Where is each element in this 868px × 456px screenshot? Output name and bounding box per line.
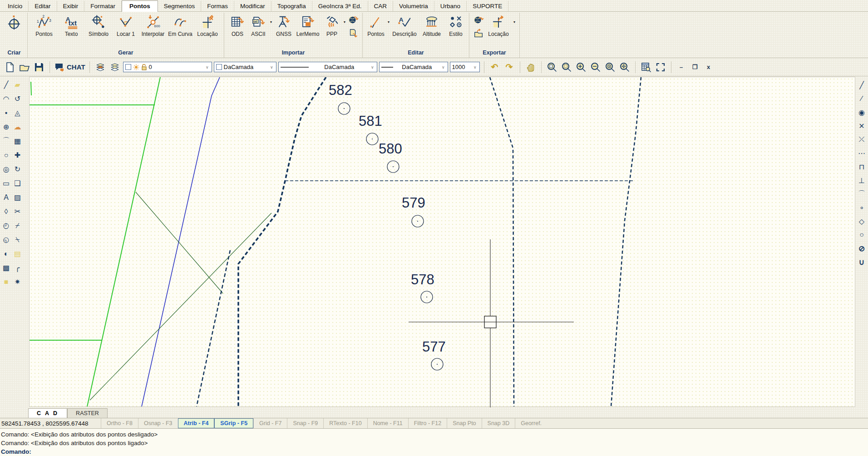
view-detail-1-icon[interactable]: ◴ [0,218,12,233]
menu-tab-formas[interactable]: Formas [201,1,234,11]
scale-combo[interactable]: 1000 ∨ [450,62,480,72]
status-toggle-osnap-f3[interactable]: Osnap - F3 [138,418,178,428]
pan-button[interactable] [524,61,537,74]
open-file-button[interactable] [18,61,31,74]
snap-endpoint-icon[interactable]: ╱ [856,78,868,92]
status-toggle-georref-[interactable]: Georref. [515,418,547,428]
import-ods-button[interactable]: ODS [227,14,248,37]
import-ascii-button[interactable]: txt ASCII [248,14,269,37]
scale-combo-arrow[interactable]: ∨ [473,65,478,69]
chat-button[interactable]: CHAT [54,61,85,74]
snap-apparent-intersection-icon[interactable]: ⤫ [856,133,868,146]
zoom-out-button[interactable] [589,61,602,74]
modify-trim-icon[interactable]: ✂ [12,204,23,218]
generate-interpolate-button[interactable]: 600 Interpolar [139,14,167,37]
generate-text-button[interactable]: A txt Texto [58,14,85,37]
edit-points-dropdown-caret[interactable]: ▾ [386,20,391,24]
window-minimize-button[interactable]: – [676,64,687,70]
create-point-button[interactable] [4,14,25,30]
undo-button[interactable]: ↶ [488,61,501,74]
snap-intersection-icon[interactable]: ✕ [856,119,868,133]
snap-magnet-icon[interactable]: ∪ [856,255,868,269]
layer-combo-arrow[interactable]: ∨ [205,65,210,69]
menu-tab-editar[interactable]: Editar [29,1,57,11]
survey-point-579[interactable]: 579 [402,195,425,227]
cad-canvas[interactable]: 582581580579578577 [29,77,855,407]
modify-array-icon[interactable]: ▦ [12,134,23,148]
lineweight-combo[interactable]: DaCamada ∨ [379,62,448,72]
color-combo[interactable]: DaCamada ∨ [214,62,276,72]
survey-point-582[interactable]: 582 [329,82,352,114]
status-toggle-sgrip-f5[interactable]: SGrip - F5 [214,418,253,428]
menu-tab-in-cio[interactable]: Início [2,1,29,11]
import-gnss-button[interactable]: GNSS [273,14,294,37]
draw-line-icon[interactable]: ╱ [0,78,12,92]
draw-text-icon[interactable]: A [0,190,12,204]
view-detail-2-icon[interactable]: ◵ [0,233,12,247]
export-stakeout-dropdown-caret[interactable]: ▾ [512,20,517,24]
menu-tab-pontos[interactable]: Pontos [122,0,158,12]
status-toggle-snap-3d[interactable]: Snap 3D [482,418,515,428]
doc-tab-c-a-d[interactable]: C A D [28,408,67,418]
snap-extension-icon[interactable]: ⋯ [856,146,868,160]
draw-arc-icon[interactable]: ◠ [0,92,12,106]
modify-extend-icon[interactable]: ⍀ [12,233,23,247]
status-toggle-atrib-f4[interactable]: Atrib - F4 [178,418,215,428]
draw-ellipse-icon[interactable]: ◎ [0,162,12,176]
ppp-dropdown-caret[interactable]: ▾ [342,20,347,24]
modify-break-icon[interactable]: ⌿ [12,218,23,233]
draw-note-icon[interactable]: ▤ [12,247,23,261]
blue-line[interactable] [142,77,220,406]
draw-point-icon[interactable]: • [0,106,12,120]
modify-copy-icon[interactable]: ↺ [12,92,23,106]
menu-tab-formatar[interactable]: Formatar [84,1,122,11]
table-view-button[interactable] [640,61,652,74]
hatch-region-icon[interactable]: ▩ [0,261,12,275]
navy-middle-vertical[interactable] [490,77,514,406]
generate-on-curve-button[interactable]: Em Curva [167,14,194,37]
snap-nearest-icon[interactable]: ∘ [856,201,868,214]
window-close-button[interactable]: x [703,64,715,70]
generate-symbol-button[interactable]: Símbolo [85,14,112,37]
menu-tab-segmentos[interactable]: Segmentos [158,1,201,11]
modify-scale-icon[interactable]: ❑ [12,176,23,190]
darkgreen-line-b[interactable] [90,213,271,400]
import-lermemo-button[interactable]: LerMemo [294,14,321,37]
survey-point-577[interactable]: 577 [422,339,446,370]
edit-style-button[interactable]: Estilo [445,14,466,37]
zoom-page-button[interactable] [546,61,558,74]
layer-combo[interactable]: 0 ∨ [123,62,212,72]
modify-erase-icon[interactable]: ▰ [12,78,23,92]
layer-states-button[interactable] [108,61,121,74]
darkgreen-line-a[interactable] [136,192,223,293]
modify-move-icon[interactable]: ✚ [12,148,23,162]
edit-description-button[interactable]: A Descrição [391,14,418,37]
survey-point-580[interactable]: 580 [379,141,402,173]
redo-button[interactable]: ↷ [503,61,516,74]
edit-points-button[interactable]: Pontos [365,14,386,37]
fullscreen-button[interactable] [654,61,667,74]
color-combo-arrow[interactable]: ∨ [269,65,274,69]
survey-point-578[interactable]: 578 [411,272,434,303]
linetype-combo-arrow[interactable]: ∨ [370,65,375,69]
survey-point-581[interactable]: 581 [359,113,382,145]
export-globe-button[interactable] [472,14,485,26]
navy-boundary-2[interactable] [197,250,230,406]
menu-tab-car[interactable]: CAR [368,1,394,11]
status-toggle-nome-f11[interactable]: Nome - F11 [367,418,408,428]
draw-point-target-icon[interactable]: ⊕ [0,120,12,134]
save-file-button[interactable] [33,61,45,74]
navy-parcel-boundary[interactable] [238,77,326,406]
draw-revision-cloud-icon[interactable]: ☁ [12,120,23,134]
menu-tab-geoincra-3-ed-[interactable]: GeoIncra 3ª Ed. [312,1,368,11]
generate-stakeout1-button[interactable]: Locar 1 [112,14,139,37]
snap-perpendicular-icon[interactable]: ⊥ [856,173,868,187]
status-toggle-grid-f7[interactable]: Grid - F7 [253,418,287,428]
command-console[interactable]: Comando: <Exibição dos atributos dos pon… [0,429,868,456]
status-toggle-filtro-f12[interactable]: Filtro - F12 [408,418,447,428]
status-toggle-rtexto-f10[interactable]: RTexto - F10 [323,418,367,428]
import-ppp-button[interactable]: PPP [321,14,342,37]
green-stub[interactable] [31,82,31,95]
navy-right-vertical[interactable] [611,77,641,406]
import-document-button[interactable] [347,27,360,40]
